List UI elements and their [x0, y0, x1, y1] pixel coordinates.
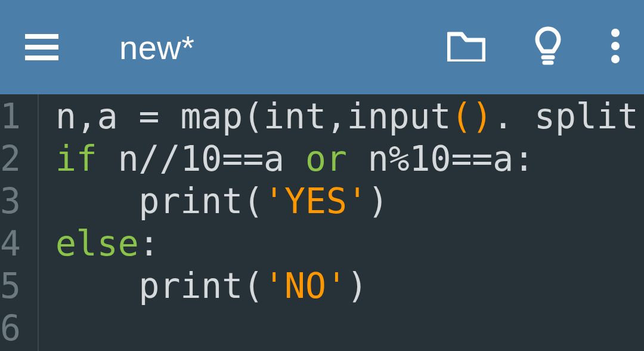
app-toolbar: new*	[0, 0, 644, 94]
svg-rect-0	[25, 34, 58, 39]
line-number: 1	[0, 96, 21, 138]
menu-button[interactable]	[24, 29, 60, 65]
code-line: n,a = map(int,input(). split())	[55, 96, 644, 138]
hint-button[interactable]	[533, 26, 563, 68]
svg-point-4	[611, 42, 620, 50]
folder-icon	[447, 30, 485, 61]
svg-point-5	[611, 55, 620, 63]
code-line: else:	[55, 223, 644, 265]
svg-point-3	[611, 29, 620, 37]
line-number: 5	[0, 265, 21, 307]
code-line: print('NO')	[55, 265, 644, 307]
hamburger-icon	[25, 34, 58, 60]
svg-rect-2	[25, 56, 58, 60]
line-number: 6	[0, 307, 21, 350]
more-vert-icon	[611, 28, 620, 64]
line-number: 3	[0, 180, 21, 223]
line-number: 4	[0, 223, 21, 265]
code-line	[55, 307, 644, 350]
lightbulb-icon	[533, 26, 563, 66]
toolbar-actions	[447, 26, 620, 68]
open-folder-button[interactable]	[447, 30, 485, 64]
code-area[interactable]: n,a = map(int,input(). split())if n//10=…	[39, 94, 644, 351]
file-title: new*	[119, 28, 447, 67]
overflow-menu-button[interactable]	[611, 28, 620, 66]
svg-rect-1	[25, 45, 58, 50]
line-number-gutter: 123456	[0, 94, 39, 351]
code-editor[interactable]: 123456 n,a = map(int,input(). split())if…	[0, 94, 644, 351]
code-line: if n//10==a or n%10==a:	[55, 138, 644, 180]
code-line: print('YES')	[55, 180, 644, 223]
line-number: 2	[0, 138, 21, 180]
